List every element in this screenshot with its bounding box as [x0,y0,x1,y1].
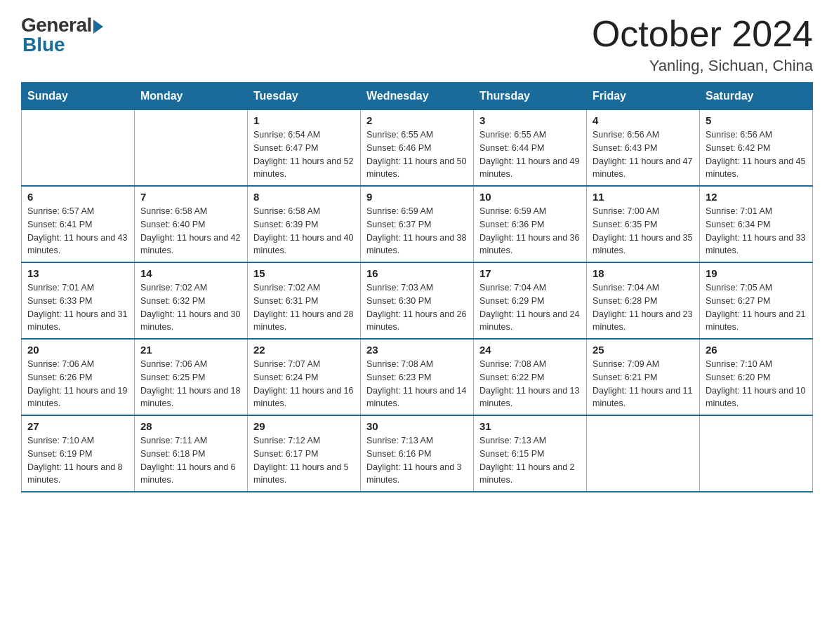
calendar-week-1: 1Sunrise: 6:54 AMSunset: 6:47 PMDaylight… [22,110,813,187]
day-info: Sunrise: 6:57 AMSunset: 6:41 PMDaylight:… [27,205,128,257]
calendar-table: SundayMondayTuesdayWednesdayThursdayFrid… [21,82,813,492]
calendar-cell: 13Sunrise: 7:01 AMSunset: 6:33 PMDayligh… [22,262,135,339]
location-title: Yanling, Sichuan, China [592,57,813,75]
calendar-cell: 7Sunrise: 6:58 AMSunset: 6:40 PMDaylight… [135,186,248,262]
calendar-cell: 2Sunrise: 6:55 AMSunset: 6:46 PMDaylight… [361,110,474,187]
calendar-cell: 18Sunrise: 7:04 AMSunset: 6:28 PMDayligh… [587,262,700,339]
day-number: 4 [593,114,694,126]
calendar-cell: 20Sunrise: 7:06 AMSunset: 6:26 PMDayligh… [22,339,135,415]
day-number: 17 [479,267,581,279]
day-number: 15 [253,267,355,279]
day-number: 21 [140,344,241,356]
day-info: Sunrise: 7:02 AMSunset: 6:31 PMDaylight:… [253,281,355,334]
calendar-cell [587,415,700,492]
day-info: Sunrise: 7:10 AMSunset: 6:19 PMDaylight:… [27,434,128,487]
day-info: Sunrise: 7:13 AMSunset: 6:15 PMDaylight:… [479,434,581,487]
day-info: Sunrise: 6:58 AMSunset: 6:39 PMDaylight:… [253,205,355,257]
day-info: Sunrise: 7:09 AMSunset: 6:21 PMDaylight:… [593,358,694,410]
calendar-cell: 4Sunrise: 6:56 AMSunset: 6:43 PMDaylight… [587,110,700,187]
day-number: 11 [593,191,694,203]
calendar-cell: 9Sunrise: 6:59 AMSunset: 6:37 PMDaylight… [361,186,474,262]
calendar-header-row: SundayMondayTuesdayWednesdayThursdayFrid… [22,83,813,110]
calendar-cell: 6Sunrise: 6:57 AMSunset: 6:41 PMDaylight… [22,186,135,262]
day-info: Sunrise: 6:54 AMSunset: 6:47 PMDaylight:… [253,128,355,181]
calendar-cell [700,415,813,492]
day-info: Sunrise: 7:06 AMSunset: 6:26 PMDaylight:… [27,358,128,410]
calendar-day-header-saturday: Saturday [700,83,813,110]
calendar-cell: 25Sunrise: 7:09 AMSunset: 6:21 PMDayligh… [587,339,700,415]
day-info: Sunrise: 6:55 AMSunset: 6:44 PMDaylight:… [479,128,581,181]
calendar-body: 1Sunrise: 6:54 AMSunset: 6:47 PMDaylight… [22,110,813,492]
calendar-day-header-sunday: Sunday [22,83,135,110]
day-number: 30 [366,420,468,432]
day-number: 16 [366,267,468,279]
calendar-cell: 30Sunrise: 7:13 AMSunset: 6:16 PMDayligh… [361,415,474,492]
day-number: 5 [706,114,807,126]
day-number: 13 [27,267,128,279]
day-info: Sunrise: 7:00 AMSunset: 6:35 PMDaylight:… [593,205,694,257]
calendar-cell: 28Sunrise: 7:11 AMSunset: 6:18 PMDayligh… [135,415,248,492]
day-info: Sunrise: 6:55 AMSunset: 6:46 PMDaylight:… [366,128,468,181]
day-number: 12 [706,191,807,203]
calendar-cell: 27Sunrise: 7:10 AMSunset: 6:19 PMDayligh… [22,415,135,492]
day-number: 20 [27,344,128,356]
day-number: 29 [253,420,355,432]
day-number: 24 [479,344,581,356]
day-number: 19 [706,267,807,279]
calendar-day-header-friday: Friday [587,83,700,110]
day-info: Sunrise: 7:13 AMSunset: 6:16 PMDaylight:… [366,434,468,487]
calendar-day-header-tuesday: Tuesday [248,83,361,110]
day-number: 9 [366,191,468,203]
day-info: Sunrise: 6:58 AMSunset: 6:40 PMDaylight:… [140,205,241,257]
calendar-week-2: 6Sunrise: 6:57 AMSunset: 6:41 PMDaylight… [22,186,813,262]
calendar-cell: 24Sunrise: 7:08 AMSunset: 6:22 PMDayligh… [474,339,587,415]
calendar-day-header-wednesday: Wednesday [361,83,474,110]
logo-blue-text: Blue [22,34,65,56]
day-info: Sunrise: 7:11 AMSunset: 6:18 PMDaylight:… [140,434,241,487]
day-number: 27 [27,420,128,432]
day-number: 7 [140,191,241,203]
calendar-cell: 26Sunrise: 7:10 AMSunset: 6:20 PMDayligh… [700,339,813,415]
calendar-cell: 16Sunrise: 7:03 AMSunset: 6:30 PMDayligh… [361,262,474,339]
calendar-cell: 1Sunrise: 6:54 AMSunset: 6:47 PMDaylight… [248,110,361,187]
calendar-cell: 19Sunrise: 7:05 AMSunset: 6:27 PMDayligh… [700,262,813,339]
calendar-cell [22,110,135,187]
day-info: Sunrise: 7:04 AMSunset: 6:29 PMDaylight:… [479,281,581,334]
day-number: 18 [593,267,694,279]
day-info: Sunrise: 7:02 AMSunset: 6:32 PMDaylight:… [140,281,241,334]
page-header: General Blue October 2024 Yanling, Sichu… [21,14,813,75]
calendar-cell: 14Sunrise: 7:02 AMSunset: 6:32 PMDayligh… [135,262,248,339]
day-number: 23 [366,344,468,356]
calendar-cell: 22Sunrise: 7:07 AMSunset: 6:24 PMDayligh… [248,339,361,415]
day-number: 31 [479,420,581,432]
calendar-day-header-monday: Monday [135,83,248,110]
calendar-cell: 21Sunrise: 7:06 AMSunset: 6:25 PMDayligh… [135,339,248,415]
calendar-cell: 31Sunrise: 7:13 AMSunset: 6:15 PMDayligh… [474,415,587,492]
calendar-cell: 12Sunrise: 7:01 AMSunset: 6:34 PMDayligh… [700,186,813,262]
calendar-header: SundayMondayTuesdayWednesdayThursdayFrid… [22,83,813,110]
day-number: 10 [479,191,581,203]
calendar-week-5: 27Sunrise: 7:10 AMSunset: 6:19 PMDayligh… [22,415,813,492]
logo: General Blue [21,14,103,56]
day-info: Sunrise: 7:03 AMSunset: 6:30 PMDaylight:… [366,281,468,334]
day-info: Sunrise: 7:06 AMSunset: 6:25 PMDaylight:… [140,358,241,410]
day-number: 25 [593,344,694,356]
calendar-week-4: 20Sunrise: 7:06 AMSunset: 6:26 PMDayligh… [22,339,813,415]
day-info: Sunrise: 6:56 AMSunset: 6:43 PMDaylight:… [593,128,694,181]
day-info: Sunrise: 7:08 AMSunset: 6:23 PMDaylight:… [366,358,468,410]
day-number: 8 [253,191,355,203]
day-number: 22 [253,344,355,356]
day-info: Sunrise: 7:07 AMSunset: 6:24 PMDaylight:… [253,358,355,410]
calendar-cell: 23Sunrise: 7:08 AMSunset: 6:23 PMDayligh… [361,339,474,415]
logo-arrow-icon [93,20,103,34]
month-title: October 2024 [592,14,813,54]
day-number: 26 [706,344,807,356]
calendar-week-3: 13Sunrise: 7:01 AMSunset: 6:33 PMDayligh… [22,262,813,339]
calendar-cell: 29Sunrise: 7:12 AMSunset: 6:17 PMDayligh… [248,415,361,492]
day-info: Sunrise: 7:01 AMSunset: 6:33 PMDaylight:… [27,281,128,334]
day-number: 3 [479,114,581,126]
calendar-cell: 8Sunrise: 6:58 AMSunset: 6:39 PMDaylight… [248,186,361,262]
day-info: Sunrise: 6:59 AMSunset: 6:36 PMDaylight:… [479,205,581,257]
calendar-cell: 11Sunrise: 7:00 AMSunset: 6:35 PMDayligh… [587,186,700,262]
calendar-cell [135,110,248,187]
